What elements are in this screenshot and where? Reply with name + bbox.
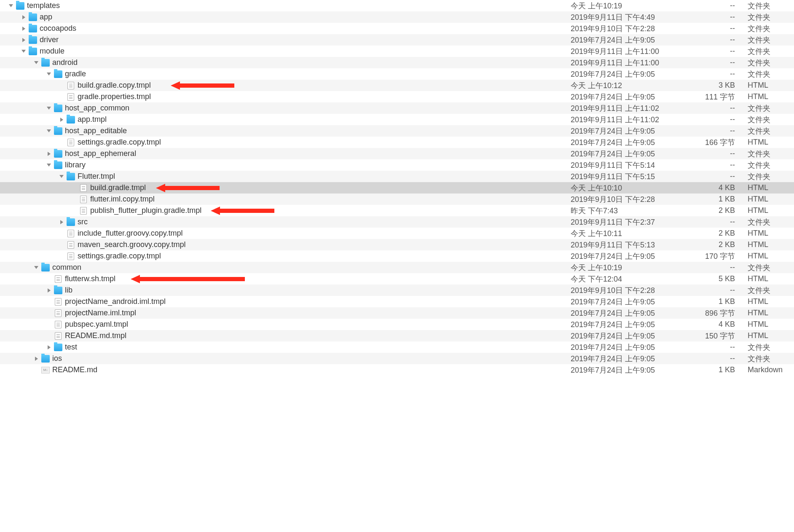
date-modified-cell: 2019年7月24日 上午9:05	[571, 92, 697, 102]
file-row[interactable]: ios2019年7月24日 上午9:05--文件夹	[0, 353, 794, 364]
file-row[interactable]: test2019年7月24日 上午9:05--文件夹	[0, 341, 794, 353]
file-name: pubspec.yaml.tmpl	[65, 320, 128, 329]
date-modified-cell: 2019年9月11日 上午11:00	[571, 58, 697, 68]
kind-cell: HTML	[748, 229, 794, 238]
size-cell: --	[697, 13, 748, 21]
size-cell: --	[697, 263, 748, 272]
file-row[interactable]: lib2019年9月10日 下午2:28--文件夹	[0, 285, 794, 296]
file-name: build.gradle.tmpl	[90, 183, 146, 192]
file-row[interactable]: projectName_android.iml.tmpl2019年7月24日 上…	[0, 296, 794, 307]
file-row[interactable]: flutterw.sh.tmpl今天 下午12:045 KBHTML	[0, 273, 794, 285]
date-modified-cell: 今天 上午10:19	[571, 1, 697, 11]
date-modified-cell: 2019年9月11日 下午2:37	[571, 217, 697, 227]
date-modified-cell: 2019年9月11日 下午5:13	[571, 240, 697, 250]
disclosure-triangle[interactable]	[34, 356, 39, 361]
name-cell: projectName_android.iml.tmpl	[0, 297, 571, 306]
file-name: host_app_ephemeral	[65, 149, 136, 158]
file-name: publish_flutter_plugin.gradle.tmpl	[90, 206, 201, 215]
disclosure-triangle[interactable]	[59, 117, 64, 122]
file-name: README.md	[52, 365, 97, 374]
file-row[interactable]: app2019年9月11日 下午4:49--文件夹	[0, 11, 794, 23]
file-row[interactable]: build.gradle.tmpl今天 上午10:104 KBHTML	[0, 182, 794, 193]
file-row[interactable]: common今天 上午10:19--文件夹	[0, 262, 794, 273]
kind-cell: 文件夹	[748, 24, 794, 34]
disclosure-triangle[interactable]	[34, 265, 39, 270]
disclosure-triangle[interactable]	[46, 288, 51, 293]
document-file-icon	[80, 196, 87, 203]
file-row[interactable]: publish_flutter_plugin.gradle.tmpl昨天 下午7…	[0, 205, 794, 216]
file-row[interactable]: build.gradle.copy.tmpl今天 上午10:123 KBHTML	[0, 80, 794, 91]
name-cell: test	[0, 343, 571, 352]
chevron-right-icon	[22, 15, 25, 19]
size-cell: 896 字节	[697, 308, 748, 318]
kind-cell: HTML	[748, 252, 794, 261]
file-row[interactable]: gradle.properties.tmpl2019年7月24日 上午9:051…	[0, 91, 794, 102]
kind-cell: HTML	[748, 297, 794, 306]
size-cell: 1 KB	[697, 297, 748, 306]
folder-icon	[54, 127, 62, 135]
disclosure-triangle[interactable]	[59, 220, 64, 225]
disclosure-triangle[interactable]	[46, 151, 51, 156]
disclosure-triangle[interactable]	[21, 15, 26, 20]
folder-icon	[54, 161, 62, 169]
file-name: library	[65, 161, 86, 169]
disclosure-triangle[interactable]	[59, 174, 64, 179]
disclosure-triangle[interactable]	[21, 26, 26, 31]
file-row[interactable]: host_app_ephemeral2019年7月24日 上午9:05--文件夹	[0, 148, 794, 159]
disclosure-triangle[interactable]	[46, 72, 51, 77]
document-file-icon	[80, 184, 87, 192]
file-row[interactable]: module2019年9月11日 上午11:00--文件夹	[0, 46, 794, 57]
file-row[interactable]: pubspec.yaml.tmpl2019年7月24日 上午9:054 KBHT…	[0, 319, 794, 330]
file-row[interactable]: app.tmpl2019年9月11日 上午11:02--文件夹	[0, 114, 794, 125]
disclosure-triangle[interactable]	[21, 38, 26, 43]
file-row[interactable]: settings.gradle.copy.tmpl2019年7月24日 上午9:…	[0, 250, 794, 262]
kind-cell: 文件夹	[748, 342, 794, 352]
folder-icon	[54, 70, 62, 78]
file-row[interactable]: maven_search.groovy.copy.tmpl2019年9月11日 …	[0, 239, 794, 250]
file-name: cocoapods	[40, 24, 76, 33]
file-row[interactable]: library2019年9月11日 下午5:14--文件夹	[0, 159, 794, 171]
file-row[interactable]: src2019年9月11日 下午2:37--文件夹	[0, 216, 794, 228]
file-row[interactable]: cocoapods2019年9月10日 下午2:28--文件夹	[0, 23, 794, 34]
file-row[interactable]: flutter.iml.copy.tmpl2019年9月10日 下午2:281 …	[0, 193, 794, 205]
file-row[interactable]: M↓README.md2019年7月24日 上午9:051 KBMarkdown	[0, 364, 794, 376]
file-name: common	[52, 263, 81, 272]
file-row[interactable]: templates今天 上午10:19--文件夹	[0, 0, 794, 11]
file-row[interactable]: projectName.iml.tmpl2019年7月24日 上午9:05896…	[0, 307, 794, 319]
name-cell: module	[0, 47, 571, 56]
file-row[interactable]: README.md.tmpl2019年7月24日 上午9:05150 字节HTM…	[0, 330, 794, 341]
disclosure-triangle[interactable]	[8, 3, 13, 8]
name-cell: projectName.iml.tmpl	[0, 309, 571, 317]
file-row[interactable]: host_app_editable2019年7月24日 上午9:05--文件夹	[0, 125, 794, 137]
document-file-icon	[67, 241, 74, 249]
file-row[interactable]: include_flutter.groovy.copy.tmpl今天 上午10:…	[0, 228, 794, 239]
chevron-down-icon	[47, 73, 51, 75]
file-row[interactable]: driver2019年7月24日 上午9:05--文件夹	[0, 34, 794, 46]
file-name: flutterw.sh.tmpl	[65, 274, 115, 283]
date-modified-cell: 今天 上午10:12	[571, 81, 697, 91]
file-row[interactable]: host_app_common2019年9月11日 上午11:02--文件夹	[0, 102, 794, 114]
kind-cell: 文件夹	[748, 354, 794, 364]
disclosure-triangle[interactable]	[21, 49, 26, 54]
disclosure-triangle[interactable]	[34, 60, 39, 65]
chevron-down-icon	[21, 50, 26, 53]
disclosure-triangle[interactable]	[46, 163, 51, 168]
date-modified-cell: 2019年7月24日 上午9:05	[571, 251, 697, 261]
file-name: include_flutter.groovy.copy.tmpl	[78, 229, 182, 238]
file-name: gradle	[65, 70, 86, 78]
kind-cell: 文件夹	[748, 35, 794, 45]
disclosure-triangle[interactable]	[46, 129, 51, 134]
folder-icon	[41, 59, 50, 67]
kind-cell: 文件夹	[748, 12, 794, 22]
file-row[interactable]: Flutter.tmpl2019年9月11日 下午5:15--文件夹	[0, 171, 794, 182]
file-row[interactable]: gradle2019年7月24日 上午9:05--文件夹	[0, 68, 794, 80]
date-modified-cell: 2019年7月24日 上午9:05	[571, 342, 697, 352]
file-row[interactable]: settings.gradle.copy.tmpl2019年7月24日 上午9:…	[0, 137, 794, 148]
date-modified-cell: 2019年7月24日 上午9:05	[571, 137, 697, 148]
file-name: templates	[27, 1, 60, 10]
document-file-icon	[67, 82, 74, 89]
disclosure-triangle[interactable]	[46, 345, 51, 350]
disclosure-triangle[interactable]	[46, 106, 51, 111]
name-cell: M↓README.md	[0, 365, 571, 374]
file-row[interactable]: android2019年9月11日 上午11:00--文件夹	[0, 57, 794, 68]
